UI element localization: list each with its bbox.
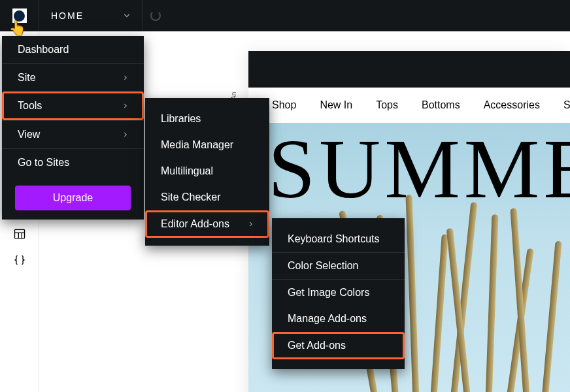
page-selector[interactable]: HOME bbox=[39, 0, 142, 31]
spinner-icon bbox=[150, 10, 161, 21]
addons-item-get-image-colors[interactable]: Get Image Colors bbox=[272, 279, 405, 306]
menu-item-dashboard[interactable]: Dashboard bbox=[2, 36, 144, 63]
chevron-right-icon bbox=[123, 102, 128, 110]
nav-item[interactable]: Bottoms bbox=[422, 99, 460, 111]
addons-item-manage-addons[interactable]: Manage Add-ons bbox=[272, 306, 405, 332]
addons-item-label: Get Add-ons bbox=[288, 340, 346, 351]
logo-icon bbox=[12, 8, 27, 23]
nav-item[interactable]: Shop bbox=[272, 99, 296, 111]
menu-item-go-to-sites[interactable]: Go to Sites bbox=[2, 148, 144, 176]
addons-item-label: Keyboard Shortcuts bbox=[288, 233, 380, 245]
chevron-down-icon bbox=[124, 12, 130, 19]
submenu-item-site-checker[interactable]: Site Checker bbox=[145, 184, 269, 210]
top-bar: HOME bbox=[0, 0, 570, 31]
upgrade-label: Upgrade bbox=[53, 192, 93, 203]
addons-item-label: Manage Add-ons bbox=[288, 313, 367, 325]
addons-item-label: Color Selection bbox=[288, 260, 359, 272]
main-menu: Dashboard Site Tools View Go to Sites Up… bbox=[2, 36, 144, 220]
nav-item[interactable]: Tops bbox=[376, 99, 398, 111]
layout-grid-icon[interactable] bbox=[12, 227, 27, 240]
app-logo-button[interactable] bbox=[0, 0, 39, 31]
site-header-band bbox=[248, 51, 570, 88]
addons-item-get-addons[interactable]: Get Add-ons bbox=[272, 332, 405, 359]
submenu-item-label: Libraries bbox=[161, 113, 201, 125]
nav-item[interactable]: New In bbox=[320, 99, 352, 111]
addons-item-keyboard-shortcuts[interactable]: Keyboard Shortcuts bbox=[272, 226, 405, 252]
chevron-right-icon bbox=[123, 131, 128, 139]
chevron-right-icon bbox=[123, 74, 128, 82]
menu-item-label: Dashboard bbox=[18, 44, 69, 56]
menu-item-tools[interactable]: Tools bbox=[2, 91, 144, 120]
addons-item-label: Get Image Colors bbox=[288, 287, 369, 299]
menu-item-label: View bbox=[18, 129, 40, 140]
menu-item-view[interactable]: View bbox=[2, 120, 144, 148]
menu-item-label: Site bbox=[18, 72, 36, 84]
submenu-item-editor-addons[interactable]: Editor Add-ons bbox=[145, 210, 269, 238]
nav-item[interactable]: Accessories bbox=[484, 99, 540, 111]
submenu-item-label: Site Checker bbox=[161, 191, 221, 203]
submenu-item-media-manager[interactable]: Media Manager bbox=[145, 132, 269, 158]
nav-item[interactable]: S bbox=[563, 99, 570, 111]
submenu-item-label: Multilingual bbox=[161, 165, 213, 177]
site-nav: Shop New In Tops Bottoms Accessories S bbox=[248, 88, 570, 123]
chevron-right-icon bbox=[248, 220, 254, 228]
menu-item-label: Go to Sites bbox=[18, 157, 69, 169]
submenu-item-multilingual[interactable]: Multilingual bbox=[145, 158, 269, 184]
submenu-item-label: Editor Add-ons bbox=[161, 218, 229, 230]
menu-item-label: Tools bbox=[18, 100, 42, 112]
loading-indicator bbox=[142, 0, 169, 31]
tools-submenu: Libraries Media Manager Multilingual Sit… bbox=[145, 98, 269, 246]
page-selector-label: HOME bbox=[51, 10, 84, 21]
svg-rect-0 bbox=[14, 229, 24, 238]
addons-item-color-selection[interactable]: Color Selection bbox=[272, 252, 405, 279]
code-braces-icon[interactable] bbox=[12, 253, 27, 267]
submenu-item-libraries[interactable]: Libraries bbox=[145, 106, 269, 132]
menu-item-site[interactable]: Site bbox=[2, 63, 144, 91]
upgrade-button[interactable]: Upgrade bbox=[15, 186, 131, 210]
submenu-item-label: Media Manager bbox=[161, 139, 233, 151]
addons-submenu: Keyboard Shortcuts Color Selection Get I… bbox=[272, 218, 405, 369]
